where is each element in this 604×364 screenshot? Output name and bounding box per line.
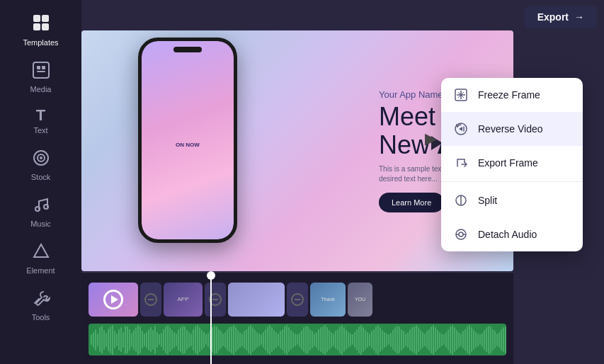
sidebar-item-templates[interactable]: Templates [9,7,73,52]
waveform-bar [284,326,285,353]
waveform-bar [212,327,213,352]
waveform-bar [443,334,445,345]
waveform-bar [97,334,98,346]
waveform-bar [250,325,251,355]
context-menu: Freeze Frame Reverse Video [441,78,583,251]
waveform-bar [271,327,273,352]
track-clip-5[interactable]: YOU [348,283,372,317]
export-frame-label: Export Frame [478,157,538,169]
sidebar-label-stock: Stock [31,173,51,181]
waveform-bar [335,331,336,348]
sidebar-item-media[interactable]: Media [9,55,73,99]
waveform-bar [452,325,453,355]
waveform-bar [178,329,179,351]
waveform-bar [137,325,139,355]
waveform-bar [299,333,300,347]
waveform-bar [163,329,164,351]
waveform-bar [326,327,328,352]
export-frame-icon [452,154,469,171]
waveform-bar [490,326,491,353]
waveform-bar [239,332,241,348]
track-clip-1[interactable] [89,283,138,317]
waveform-bar [409,329,411,351]
waveform-bar [492,329,494,351]
waveform-bar [114,331,115,348]
waveform-bar [441,334,443,346]
waveform-bar [203,332,205,348]
waveform-bar [207,333,209,347]
sidebar-item-music[interactable]: Music [9,190,73,234]
tools-icon [32,289,50,310]
waveform-bar [318,329,319,351]
export-button[interactable]: Export → [525,6,597,28]
waveform-bar [246,329,247,351]
waveform-bar [420,330,421,350]
transition-2[interactable] [205,283,226,317]
waveform-bar [282,329,283,351]
waveform-bar [354,332,355,348]
waveform-bar [116,334,118,346]
transition-1[interactable] [140,283,161,317]
waveform-bar [414,326,415,353]
svg-rect-4 [33,62,49,78]
waveform-bar [456,330,457,350]
menu-item-reverse-video[interactable]: Reverse Video [441,112,583,146]
waveform-bar [216,326,217,353]
menu-item-export-frame[interactable]: Export Frame [441,146,583,180]
waveform-bar [150,327,152,352]
waveform-bar [120,327,122,352]
waveform-bar [99,327,101,352]
sidebar-label-element: Element [26,266,55,275]
track-clip-3[interactable] [228,283,285,317]
waveform-bar [199,327,200,352]
sidebar-item-text[interactable]: T Text [9,102,73,140]
waveform-bar [363,327,364,352]
waveform-bar [475,332,477,348]
waveform-bar [280,331,281,348]
waveform-bar [384,332,385,348]
export-arrow-icon: → [574,11,584,23]
freeze-frame-icon [452,86,469,103]
waveform-bar [254,330,256,350]
waveform-bar [267,326,268,353]
video-track: APP Thank YOU [89,280,506,319]
waveform-bar [471,327,472,352]
waveform-bar [386,334,387,346]
waveform-bar [426,331,428,348]
waveform-bar [256,332,258,348]
svg-rect-6 [42,66,45,69]
waveform-bar [392,330,394,350]
waveform-bar [488,326,489,354]
waveform-bar [95,329,96,351]
menu-item-detach-audio[interactable]: Detach Audio [441,217,583,251]
phone-screen-content: ON NOW [170,127,205,154]
waveform-bar [288,327,290,352]
waveform-bar [193,329,194,351]
menu-item-split[interactable]: Split [441,183,583,217]
transition-3[interactable] [287,283,308,317]
split-label: Split [478,195,497,206]
waveform-bar [388,334,389,345]
sidebar-item-tools[interactable]: Tools [9,283,73,327]
waveform-bar [229,327,230,352]
svg-rect-5 [37,66,40,69]
waveform-bar [424,334,426,346]
waveform-bar [144,334,145,346]
sidebar-label-tools: Tools [32,313,50,322]
waveform-bar [407,332,409,348]
waveform-bar [401,329,402,351]
svg-rect-7 [37,71,45,72]
menu-item-freeze-frame[interactable]: Freeze Frame [441,78,583,112]
timeline: APP Thank YOU [81,272,513,364]
waveform-bar [346,330,347,350]
track-clip-4[interactable]: Thank [310,283,346,317]
track-clip-2[interactable]: APP [164,283,203,317]
sidebar-item-element[interactable]: Element [9,237,73,280]
waveform-bar [290,330,292,350]
waveform-bar [433,325,434,355]
svg-rect-0 [33,15,40,22]
learn-more-button[interactable]: Learn More [379,193,444,212]
sidebar-item-stock[interactable]: Stock [9,143,73,187]
waveform-bar [501,329,502,351]
waveform-bar [316,332,317,348]
